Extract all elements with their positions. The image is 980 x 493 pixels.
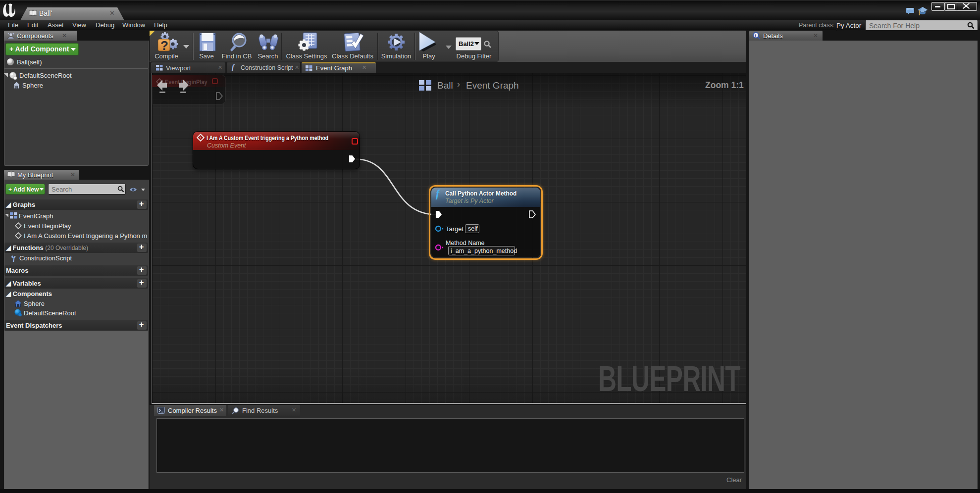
svg-text:?: ? <box>160 38 168 52</box>
svg-text:f: f <box>13 255 16 262</box>
